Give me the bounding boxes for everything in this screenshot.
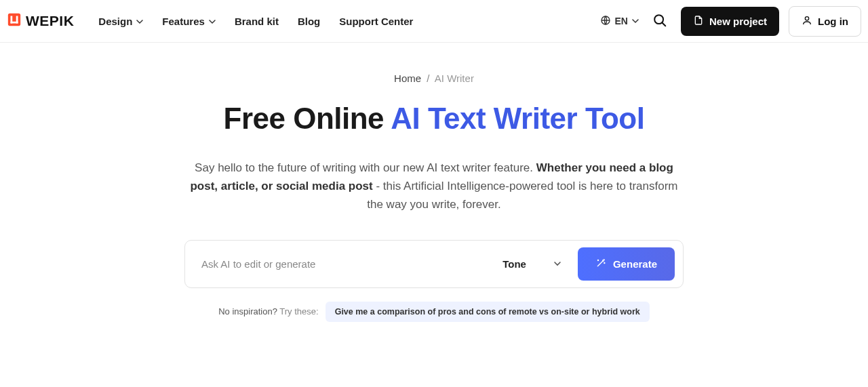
suggestions-label: No inspiration? Try these: — [218, 306, 318, 317]
suggestions-label-bold: No inspiration? — [218, 306, 277, 317]
button-label: New project — [709, 16, 767, 27]
breadcrumb-home[interactable]: Home — [394, 73, 421, 84]
svg-point-10 — [604, 262, 605, 263]
main-nav: Design Features Brand kit Blog Support C… — [98, 16, 413, 27]
breadcrumb-separator: / — [427, 73, 429, 84]
svg-line-6 — [663, 22, 666, 26]
new-project-button[interactable]: New project — [681, 7, 779, 36]
button-label: Generate — [613, 258, 657, 270]
svg-point-9 — [597, 260, 598, 260]
page-title: Free Online AI Text Writer Tool — [224, 102, 645, 136]
nav-label: Features — [162, 16, 205, 27]
page-subtitle: Say hello to the future of writing with … — [183, 159, 685, 214]
svg-rect-3 — [11, 22, 18, 24]
subtitle-part2: - this Artificial Intelligence-powered t… — [367, 180, 677, 211]
header: WEPIK Design Features Brand kit Blog Sup… — [0, 0, 868, 43]
nav-label: Support Center — [339, 16, 413, 27]
generate-button[interactable]: Generate — [578, 247, 675, 281]
nav-label: Blog — [298, 16, 320, 27]
logo[interactable]: WEPIK — [7, 12, 74, 30]
language-code: EN — [615, 16, 628, 26]
globe-icon — [600, 15, 611, 28]
svg-rect-0 — [8, 14, 20, 26]
search-icon — [652, 20, 667, 30]
chevron-down-icon — [632, 16, 639, 26]
suggestions-label-light: Try these: — [277, 306, 319, 317]
tone-selector[interactable]: Tone — [502, 258, 561, 270]
nav-design[interactable]: Design — [98, 16, 143, 27]
chevron-down-icon — [209, 16, 216, 27]
language-selector[interactable]: EN — [600, 15, 639, 28]
header-right: EN New project Log in — [600, 6, 861, 37]
hero: Home / AI Writer Free Online AI Text Wri… — [0, 43, 868, 322]
logo-text: WEPIK — [26, 13, 74, 29]
chevron-down-icon — [136, 16, 143, 27]
search-button[interactable] — [648, 9, 671, 34]
suggestions: No inspiration? Try these: Give me a com… — [218, 302, 650, 322]
nav-features[interactable]: Features — [162, 16, 216, 27]
breadcrumb-current: AI Writer — [435, 73, 474, 84]
logo-icon — [7, 12, 22, 30]
nav-label: Design — [98, 16, 132, 27]
nav-brand-kit[interactable]: Brand kit — [235, 16, 279, 27]
suggestion-chip[interactable]: Give me a comparison of pros and cons of… — [326, 302, 650, 322]
nav-support[interactable]: Support Center — [339, 16, 413, 27]
prompt-box: Tone Generate — [184, 240, 684, 288]
svg-point-7 — [805, 16, 808, 20]
prompt-input[interactable] — [201, 258, 502, 270]
svg-point-8 — [604, 259, 604, 260]
user-icon — [802, 15, 812, 28]
tone-label: Tone — [502, 258, 526, 270]
chevron-down-icon — [553, 258, 561, 270]
subtitle-part1: Say hello to the future of writing with … — [195, 161, 536, 174]
nav-blog[interactable]: Blog — [298, 16, 320, 27]
breadcrumb: Home / AI Writer — [394, 73, 474, 84]
login-button[interactable]: Log in — [789, 6, 861, 37]
title-accent: AI Text Writer Tool — [391, 102, 644, 135]
nav-label: Brand kit — [235, 16, 279, 27]
magic-wand-icon — [595, 258, 606, 270]
file-icon — [693, 15, 704, 28]
button-label: Log in — [818, 16, 848, 27]
title-prefix: Free Online — [224, 102, 391, 135]
